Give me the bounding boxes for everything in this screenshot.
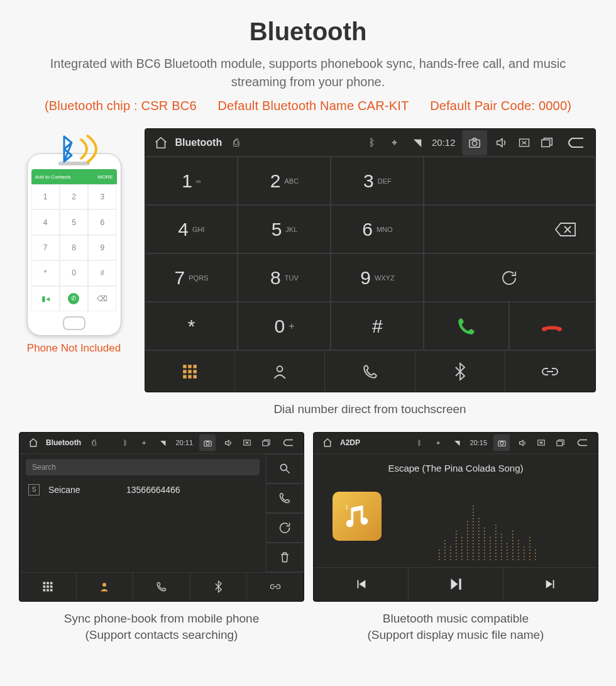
backspace-button[interactable]	[424, 205, 595, 253]
app-title: Bluetooth	[46, 438, 81, 447]
wifi-icon: ◥	[157, 436, 169, 449]
contacts-tabs	[19, 572, 304, 601]
screenshot-icon[interactable]	[493, 434, 510, 451]
svg-rect-22	[43, 585, 45, 588]
tab-bluetooth[interactable]	[415, 351, 505, 392]
close-icon[interactable]	[535, 436, 547, 449]
clock-label: 20:15	[470, 439, 487, 446]
search-input[interactable]: Search	[26, 459, 260, 475]
clock-label: 20:12	[432, 137, 456, 148]
tab-pair[interactable]	[246, 573, 304, 601]
number-display	[424, 157, 595, 205]
recent-apps-icon[interactable]	[260, 436, 272, 449]
svg-rect-20	[47, 582, 49, 585]
key-3[interactable]: 3DEF	[331, 157, 424, 205]
dialer-tabs	[145, 350, 595, 392]
tab-history[interactable]	[324, 351, 414, 392]
track-title: Escape (The Pina Colada Song)	[388, 463, 523, 473]
svg-point-18	[280, 464, 287, 470]
music-statusbar: A2DP ᛒ ⌖ ◥ 20:15	[314, 433, 598, 454]
location-icon: ⌖	[138, 436, 150, 449]
contacts-statusbar: Bluetooth ⎙ ᛒ ⌖ ◥ 20:11	[19, 433, 304, 454]
tab-keypad[interactable]	[19, 573, 76, 601]
usb-icon: ⎙	[228, 135, 245, 151]
tab-keypad[interactable]	[145, 351, 234, 392]
contact-row[interactable]: S Seicane 13566664466	[19, 480, 266, 499]
redial-button[interactable]	[424, 253, 595, 302]
tab-history[interactable]	[133, 573, 190, 601]
bluetooth-status-icon: ᛒ	[413, 436, 426, 449]
tab-pair[interactable]	[505, 351, 595, 392]
contact-tag: S	[28, 484, 40, 495]
tab-contacts[interactable]	[76, 573, 133, 601]
svg-rect-27	[50, 589, 53, 592]
key-6[interactable]: 6MNO	[331, 205, 424, 253]
app-title: Bluetooth	[175, 137, 223, 148]
next-button[interactable]	[503, 568, 598, 601]
delete-contact-button[interactable]	[266, 543, 304, 572]
sync-button[interactable]	[266, 513, 304, 543]
svg-rect-5	[188, 365, 191, 368]
screenshot-icon[interactable]	[462, 130, 487, 155]
volume-icon[interactable]	[493, 135, 510, 151]
phone-mockup: Add to Contacts MORE 123 456 789 *0# ▮◂ …	[27, 153, 121, 336]
volume-icon[interactable]	[516, 436, 529, 449]
key-5[interactable]: 5JKL	[238, 205, 331, 253]
back-icon[interactable]	[573, 436, 590, 449]
search-button[interactable]	[266, 454, 304, 484]
home-icon[interactable]	[321, 436, 334, 449]
recent-apps-icon[interactable]	[554, 436, 566, 449]
phone-topbar: Add to Contacts MORE	[31, 169, 117, 184]
tab-bluetooth[interactable]	[190, 573, 247, 601]
key-0[interactable]: 0+	[238, 302, 331, 350]
page-description: Integrated with BC6 Bluetooth module, su…	[19, 55, 597, 91]
svg-rect-32	[556, 441, 562, 446]
key-8[interactable]: 8TUV	[238, 253, 331, 302]
play-pause-button[interactable]	[408, 568, 503, 601]
wifi-icon: ◥	[451, 436, 463, 449]
svg-point-30	[500, 441, 503, 445]
svg-rect-3	[541, 140, 549, 147]
svg-rect-26	[47, 589, 49, 592]
svg-rect-11	[188, 375, 191, 378]
svg-rect-17	[262, 441, 268, 446]
volume-icon[interactable]	[222, 436, 234, 449]
home-icon[interactable]	[153, 135, 169, 151]
close-icon[interactable]	[241, 436, 253, 449]
svg-rect-21	[50, 582, 53, 585]
close-icon[interactable]	[516, 135, 532, 151]
screenshot-icon[interactable]	[199, 434, 216, 451]
svg-rect-25	[43, 589, 45, 592]
spec-name: Default Bluetooth Name CAR-KIT	[217, 99, 409, 113]
key-hash[interactable]: #	[331, 302, 424, 350]
svg-rect-23	[47, 585, 49, 588]
key-9[interactable]: 9WXYZ	[331, 253, 424, 302]
key-4[interactable]: 4GHI	[145, 205, 238, 253]
back-icon[interactable]	[561, 135, 588, 151]
key-7[interactable]: 7PQRS	[145, 253, 238, 302]
svg-rect-12	[193, 375, 196, 378]
home-icon[interactable]	[27, 436, 40, 449]
wifi-icon: ◥	[409, 135, 426, 151]
back-icon[interactable]	[278, 436, 296, 449]
key-2[interactable]: 2ABC	[238, 157, 331, 205]
tab-contacts[interactable]	[234, 351, 324, 392]
key-1[interactable]: 1∞	[145, 157, 238, 205]
recent-apps-icon[interactable]	[539, 135, 555, 151]
spec-chip: (Bluetooth chip : CSR BC6	[45, 99, 197, 113]
svg-rect-9	[193, 370, 196, 373]
spec-pair: Default Pair Code: 0000)	[430, 99, 571, 113]
prev-button[interactable]	[314, 568, 408, 601]
phone-home-button	[63, 316, 85, 330]
svg-rect-24	[50, 585, 53, 588]
call-button[interactable]	[424, 302, 509, 350]
clock-label: 20:11	[175, 439, 193, 446]
dial-contact-button[interactable]	[266, 484, 304, 513]
bluetooth-status-icon: ᛒ	[119, 436, 131, 449]
keypad: 1∞ 2ABC 3DEF 4GHI 5JKL 6MNO 7PQRS 8TUV 9…	[145, 157, 424, 350]
svg-point-15	[206, 441, 209, 445]
key-star[interactable]: *	[145, 302, 238, 350]
equalizer-visual	[395, 498, 579, 561]
hangup-button[interactable]	[509, 302, 595, 350]
contacts-caption: Sync phone-book from mobile phone (Suppo…	[64, 611, 260, 644]
